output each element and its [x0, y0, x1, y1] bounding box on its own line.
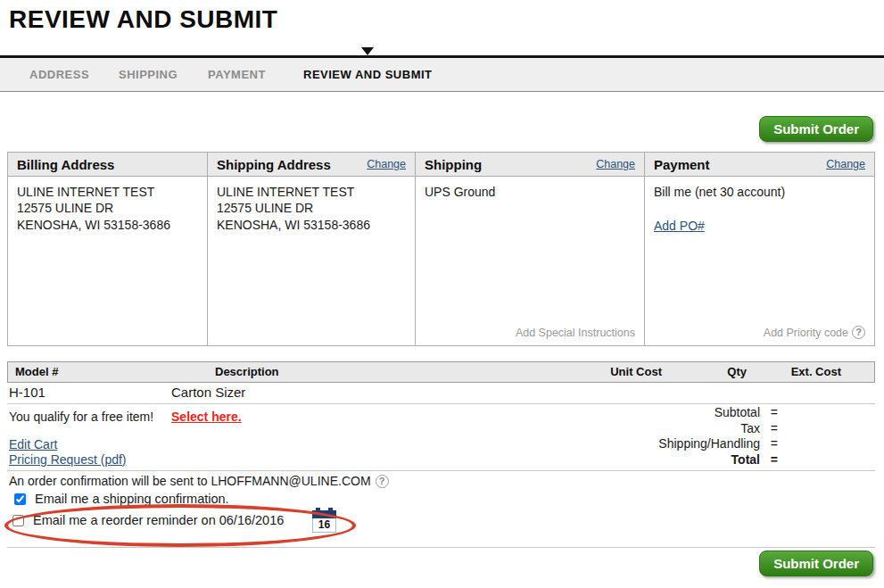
shipping-address-panel: Shipping Address Change ULINE INTERNET T… [208, 153, 416, 345]
checkout-steps-tabbar: ADDRESS SHIPPING PAYMENT REVIEW AND SUBM… [0, 55, 884, 92]
priority-code-help-icon[interactable]: ? [852, 326, 865, 339]
shipping-method-body: UPS Ground [416, 177, 644, 207]
add-priority-code-link[interactable]: Add Priority code ? [764, 326, 865, 339]
pricing-request-link[interactable]: Pricing Request (pdf) [9, 452, 127, 467]
shipping-handling-label: Shipping/Handling [658, 436, 760, 452]
equals-sign: = [764, 421, 778, 437]
billing-address-title: Billing Address [17, 157, 114, 172]
payment-method-value: Bill me (net 30 account) [654, 184, 865, 200]
total-label: Total [731, 452, 760, 468]
submit-order-button-top[interactable]: Submit Order [759, 116, 873, 142]
order-confirmation-notice: An order confirmation will be sent to LH… [9, 474, 389, 488]
billing-line: 12575 ULINE DR [17, 200, 198, 216]
shipping-address-header: Shipping Address Change [208, 153, 415, 177]
tab-review-and-submit[interactable]: REVIEW AND SUBMIT [303, 58, 433, 92]
item-model-number: H-101 [9, 385, 45, 400]
change-shipping-address-link[interactable]: Change [367, 158, 406, 170]
active-tab-marker-icon [361, 47, 374, 55]
billing-address-panel: Billing Address ULINE INTERNET TEST 1257… [8, 153, 208, 345]
shipping-address-line: KENOSHA, WI 53158-3686 [217, 217, 406, 233]
divider [7, 547, 875, 548]
subtotal-label: Subtotal [715, 405, 760, 421]
billing-line: KENOSHA, WI 53158-3686 [17, 217, 198, 233]
tax-row: Tax = [546, 421, 778, 437]
page-title: REVIEW AND SUBMIT [9, 5, 277, 34]
tab-payment[interactable]: PAYMENT [208, 58, 266, 92]
order-totals: Subtotal = Tax = Shipping/Handling = Tot… [546, 405, 778, 468]
equals-sign: = [764, 452, 778, 468]
reorder-reminder-label: Email me a reorder reminder on 06/16/201… [33, 513, 284, 527]
equals-sign: = [764, 405, 778, 421]
payment-body: Bill me (net 30 account) Add PO# [645, 177, 874, 242]
add-special-instructions-link[interactable]: Add Special Instructions [516, 327, 635, 339]
shipping-method-value: UPS Ground [425, 184, 635, 200]
shipping-confirmation-label: Email me a shipping confirmation. [35, 492, 229, 506]
email-help-icon[interactable]: ? [376, 475, 389, 488]
billing-address-body: ULINE INTERNET TEST 12575 ULINE DR KENOS… [8, 177, 207, 240]
payment-panel: Payment Change Bill me (net 30 account) … [645, 153, 874, 345]
shipping-address-body: ULINE INTERNET TEST 12575 ULINE DR KENOS… [208, 177, 415, 240]
add-special-instructions-label: Add Special Instructions [516, 327, 635, 339]
select-free-item-link[interactable]: Select here. [171, 410, 242, 424]
billing-address-header: Billing Address [8, 153, 207, 177]
tax-label: Tax [740, 421, 760, 437]
cart-links: Edit Cart Pricing Request (pdf) [9, 437, 127, 467]
shipping-method-panel: Shipping Change UPS Ground Add Special I… [416, 153, 645, 345]
reorder-reminder-row: Email me a reorder reminder on 06/16/201… [12, 513, 284, 527]
add-priority-code-label: Add Priority code [764, 327, 848, 339]
free-item-offer: You qualify for a free item! Select here… [9, 410, 242, 424]
change-shipping-link[interactable]: Change [596, 158, 635, 170]
shipping-address-line: ULINE INTERNET TEST [217, 184, 406, 200]
column-header-unit-cost: Unit Cost [610, 362, 662, 382]
payment-header: Payment Change [645, 153, 874, 177]
add-po-number-link[interactable]: Add PO# [654, 218, 705, 234]
edit-cart-link[interactable]: Edit Cart [9, 437, 57, 451]
free-item-text: You qualify for a free item! [9, 410, 153, 424]
divider [7, 470, 875, 471]
total-row: Total = [546, 452, 778, 468]
order-summary-panels: Billing Address ULINE INTERNET TEST 1257… [7, 152, 875, 346]
shipping-handling-row: Shipping/Handling = [546, 436, 778, 452]
shipping-address-line: 12575 ULINE DR [217, 200, 406, 216]
shipping-address-title: Shipping Address [217, 157, 331, 172]
calendar-top-bar [312, 510, 336, 518]
change-payment-link[interactable]: Change [826, 158, 865, 170]
column-header-model: Model # [15, 362, 58, 382]
item-description: Carton Sizer [171, 385, 245, 400]
subtotal-row: Subtotal = [546, 405, 778, 421]
shipping-confirmation-row: Email me a shipping confirmation. [14, 492, 229, 506]
column-header-description: Description [215, 362, 279, 382]
shipping-method-title: Shipping [425, 157, 482, 172]
tab-shipping[interactable]: SHIPPING [119, 58, 178, 92]
review-and-submit-page: REVIEW AND SUBMIT ADDRESS SHIPPING PAYME… [0, 0, 884, 588]
shipping-confirmation-checkbox[interactable] [14, 493, 26, 505]
order-confirmation-text: An order confirmation will be sent to LH… [9, 474, 371, 488]
reorder-reminder-checkbox[interactable] [12, 515, 24, 526]
payment-title: Payment [654, 157, 710, 172]
submit-order-button-bottom[interactable]: Submit Order [759, 551, 873, 576]
column-header-qty: Qty [727, 362, 747, 382]
calendar-day-number: 16 [312, 518, 336, 533]
equals-sign: = [764, 436, 778, 452]
shipping-method-header: Shipping Change [416, 153, 644, 177]
divider [7, 403, 875, 404]
column-header-ext-cost: Ext. Cost [791, 362, 841, 382]
billing-line: ULINE INTERNET TEST [17, 184, 198, 200]
tab-address[interactable]: ADDRESS [29, 58, 89, 92]
order-table-header: Model # Description Unit Cost Qty Ext. C… [7, 361, 875, 383]
calendar-date-picker-icon[interactable]: 16 [312, 508, 336, 533]
